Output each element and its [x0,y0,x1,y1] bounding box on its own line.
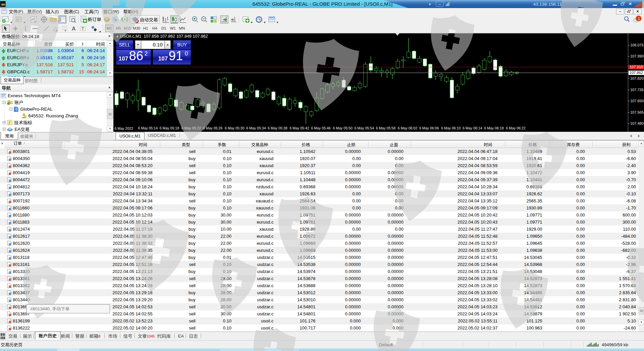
svg-text:E: E [56,29,58,32]
svg-text:1: 1 [638,16,640,21]
svg-text:T: T [82,27,84,31]
svg-text:A: A [72,26,76,32]
svg-text:F: F [65,29,67,32]
